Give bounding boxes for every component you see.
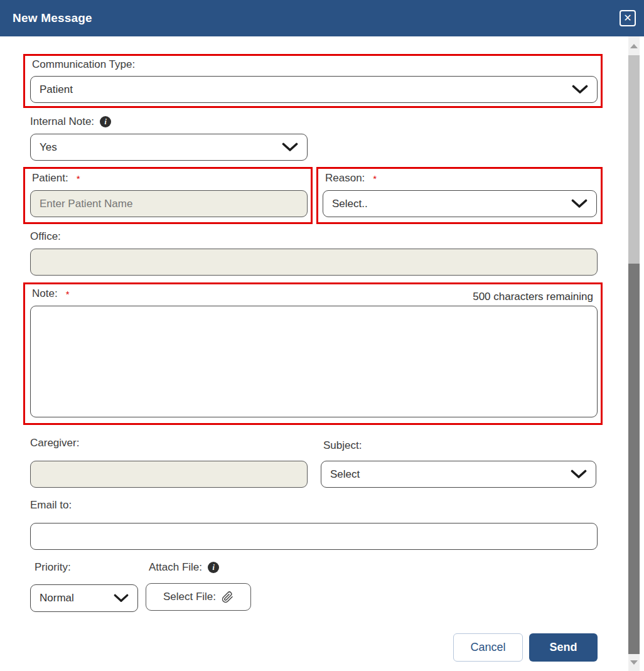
note-group: Note:* 500 characters remaining (23, 282, 603, 425)
patient-input[interactable] (30, 190, 308, 217)
new-message-dialog: New Message ✕ Communication Type: Patien… (0, 0, 644, 671)
reason-group: Reason:* Select.. (316, 167, 603, 224)
scrollbar-thumb-dark[interactable] (628, 264, 640, 654)
subject-select[interactable]: Select (321, 461, 596, 488)
chevron-down-icon (282, 142, 298, 152)
chevron-down-icon (572, 85, 588, 94)
paperclip-icon (222, 591, 233, 604)
info-icon[interactable]: i (100, 116, 111, 127)
email-to-label: Email to: (30, 499, 72, 512)
reason-label: Reason: (325, 172, 365, 185)
communication-type-label: Communication Type: (32, 58, 135, 71)
vertical-scrollbar[interactable] (628, 36, 640, 671)
patient-required-mark: * (77, 173, 80, 184)
internal-note-select[interactable]: Yes (30, 134, 308, 161)
reason-required-mark: * (373, 173, 377, 184)
select-file-button[interactable]: Select File: (146, 583, 251, 611)
internal-note-label: Internal Note: (30, 115, 94, 128)
close-button[interactable]: ✕ (620, 10, 636, 26)
note-label: Note: (32, 287, 58, 300)
scroll-down-button[interactable] (628, 654, 640, 671)
scrollbar-thumb[interactable] (628, 55, 640, 264)
info-icon[interactable]: i (208, 562, 219, 573)
scroll-up-icon (630, 44, 638, 48)
email-to-label-row: Email to: (30, 499, 72, 512)
patient-label: Patient: (32, 172, 68, 185)
email-to-input[interactable] (30, 523, 598, 550)
subject-label-row: Subject: (323, 439, 362, 452)
office-input[interactable] (30, 249, 598, 276)
internal-note-value: Yes (40, 141, 57, 154)
communication-type-group: Communication Type: Patient (23, 54, 603, 108)
scroll-up-button[interactable] (628, 36, 640, 55)
dialog-titlebar: New Message (0, 0, 644, 36)
caregiver-label: Caregiver: (30, 437, 79, 449)
close-icon: ✕ (623, 13, 631, 23)
select-file-label: Select File: (163, 591, 216, 603)
cancel-button[interactable]: Cancel (453, 633, 523, 662)
priority-select[interactable]: Normal (30, 584, 138, 612)
attach-file-label: Attach File: (149, 561, 202, 574)
office-label: Office: (30, 230, 61, 243)
reason-value: Select.. (332, 198, 368, 210)
caregiver-input[interactable] (30, 461, 308, 488)
subject-label: Subject: (323, 439, 362, 452)
subject-value: Select (330, 468, 360, 481)
note-required-mark: * (66, 289, 70, 299)
communication-type-select[interactable]: Patient (30, 76, 598, 103)
patient-group: Patient:* (23, 167, 313, 224)
characters-remaining: 500 characters remaining (473, 291, 593, 303)
reason-select[interactable]: Select.. (323, 190, 597, 217)
priority-value: Normal (40, 592, 74, 604)
scroll-down-icon (630, 660, 638, 665)
priority-label-row: Priority: (35, 561, 71, 574)
caregiver-label-row: Caregiver: (30, 437, 79, 449)
send-button[interactable]: Send (529, 633, 598, 662)
dialog-title: New Message (13, 11, 92, 25)
chevron-down-icon (571, 470, 587, 479)
note-textarea[interactable] (30, 306, 598, 417)
priority-label: Priority: (35, 561, 71, 574)
chevron-down-icon (571, 199, 588, 208)
attach-file-label-row: Attach File: i (149, 561, 219, 574)
internal-note-label-row: Internal Note: i (30, 115, 111, 128)
office-label-row: Office: (30, 230, 61, 243)
chevron-down-icon (114, 594, 129, 603)
communication-type-value: Patient (40, 83, 73, 96)
